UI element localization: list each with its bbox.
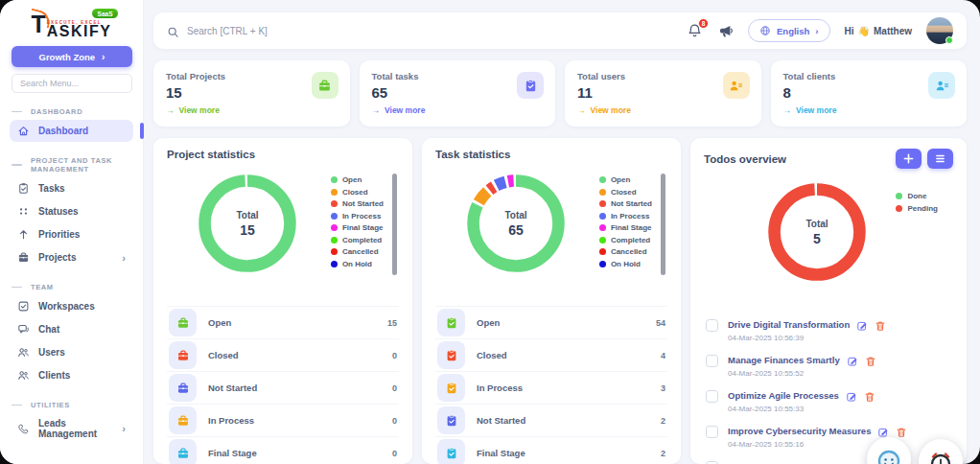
trash-icon[interactable] — [864, 389, 875, 401]
section-dash-icon — [12, 405, 22, 406]
legend-label: Completed — [342, 236, 382, 244]
announcements-button[interactable] — [717, 23, 734, 39]
sidebar-item-label: Leads Management — [38, 418, 113, 439]
view-more-link[interactable]: →View more — [783, 105, 955, 115]
view-more-link[interactable]: →View more — [577, 105, 749, 115]
stat-card-total-projects: Total Projects15→View more — [153, 60, 350, 127]
briefcase-icon — [169, 341, 197, 369]
trash-icon[interactable] — [875, 318, 886, 330]
legend-scrollbar[interactable] — [392, 174, 397, 275]
view-more-label: View more — [796, 105, 836, 115]
edit-icon[interactable] — [856, 318, 868, 330]
language-selector[interactable]: English › — [748, 19, 829, 42]
status-row-value: 0 — [392, 416, 397, 426]
donut-segment-open — [205, 181, 291, 267]
section-label-text: PROJECT AND TASK MANAGEMENT — [31, 156, 131, 174]
legend-item-on-hold: On Hold — [599, 260, 652, 268]
growth-zone-button[interactable]: Growth Zone › — [12, 46, 132, 67]
view-more-link[interactable]: →View more — [166, 105, 338, 115]
global-search-input[interactable] — [187, 26, 677, 36]
todo-body: Optimize Agile Processes04-Mar-2025 10:5… — [728, 389, 875, 413]
sidebar-item-clients[interactable]: Clients — [10, 364, 133, 386]
legend-item-done: Done — [896, 192, 938, 200]
sidebar-item-label: Workspaces — [38, 301, 95, 312]
chat-icon — [17, 323, 30, 336]
todo-checkbox[interactable] — [706, 390, 718, 403]
edit-icon[interactable] — [847, 354, 858, 365]
status-row-not-started: Not Started0 — [167, 371, 399, 404]
legend-item-final-stage: Final Stage — [599, 223, 652, 232]
status-row-label: Not Started — [208, 383, 381, 393]
briefcase-icon — [169, 439, 197, 464]
legend-label: On Hold — [342, 260, 372, 268]
legend-dot — [599, 237, 606, 244]
sidebar-item-workspaces[interactable]: Workspaces — [10, 295, 133, 317]
legend-item-cancelled: Cancelled — [599, 247, 652, 256]
view-more-label: View more — [591, 105, 631, 115]
todo-checkbox[interactable] — [706, 319, 718, 332]
status-row-open: Open15 — [167, 306, 399, 338]
stat-card-total-tasks: Total tasks65→View more — [360, 60, 556, 127]
legend-item-completed: Completed — [331, 236, 384, 244]
add-todo-button[interactable] — [896, 149, 922, 169]
todo-date: 04-Mar-2025 10:55:33 — [728, 405, 875, 413]
sidebar-item-dashboard[interactable]: Dashboard — [10, 120, 133, 142]
briefcase-icon — [17, 251, 30, 264]
section-label-text: UTILITIES — [31, 401, 70, 409]
legend-item-pending: Pending — [896, 204, 938, 213]
check-square-icon — [17, 300, 30, 313]
todo-body: Drive Digital Transformation04-Mar-2025 … — [728, 318, 886, 342]
legend-scrollbar[interactable] — [661, 174, 665, 275]
clipboard-fill-icon — [437, 374, 465, 402]
todo-checkbox[interactable] — [706, 355, 718, 367]
sidebar-item-projects[interactable]: Projects› — [10, 246, 133, 268]
active-item-indicator — [140, 123, 144, 139]
sidebar-item-statuses[interactable]: Statuses — [10, 200, 133, 222]
stat-card-total-users: Total users11→View more — [565, 60, 761, 127]
legend-item-cancelled: Cancelled — [331, 247, 384, 256]
task-status-list: Open54Closed4In Process3Not Started2Fina… — [435, 306, 667, 464]
sidebar-item-users[interactable]: Users — [10, 341, 133, 363]
todo-item: Manage Finances Smartly04-Mar-2025 10:55… — [704, 348, 953, 383]
chart-legend: OpenClosedNot StartedIn ProcessFinal Sta… — [331, 175, 384, 268]
username: Matthew — [874, 26, 912, 36]
sidebar-item-label: Projects — [38, 252, 76, 263]
project-status-list: Open15Closed0Not Started0In Process0Fina… — [167, 306, 399, 464]
project-statistics-card: Project statistics Total 15 OpenClosedNo… — [153, 138, 412, 464]
sidebar-search-input[interactable] — [12, 74, 132, 93]
legend-label: Open — [611, 175, 630, 184]
todos-overview-card: Todos overview Total — [690, 138, 967, 464]
trash-icon[interactable] — [896, 425, 907, 436]
user-avatar[interactable] — [926, 17, 953, 44]
home-icon — [17, 125, 30, 137]
legend-dot — [599, 248, 606, 255]
legend-label: Pending — [907, 204, 938, 213]
sidebar-section-project-and-task-management: PROJECT AND TASK MANAGEMENT — [12, 156, 131, 174]
sidebar: T EXECUTE, EXCEL ASKIFY SaaS Growth Zone… — [0, 0, 144, 464]
legend-dot — [331, 213, 338, 220]
legend-item-not-started: Not Started — [331, 199, 384, 208]
todo-checkbox[interactable] — [706, 426, 718, 438]
status-row-closed: Closed4 — [435, 338, 667, 371]
sidebar-item-leads-management[interactable]: Leads Management› — [10, 413, 133, 444]
notifications-button[interactable]: 8 — [687, 23, 703, 39]
edit-icon[interactable] — [877, 425, 889, 436]
status-row-label: Open — [477, 317, 644, 328]
sidebar-item-priorities[interactable]: Priorities — [10, 223, 133, 245]
todo-list-view-button[interactable] — [927, 149, 953, 169]
global-search — [167, 25, 677, 37]
user-badge-icon — [723, 72, 750, 99]
sidebar-item-tasks[interactable]: Tasks — [10, 177, 133, 199]
trash-icon[interactable] — [865, 354, 876, 365]
sidebar-item-chat[interactable]: Chat — [10, 318, 133, 340]
logo-saas-badge: SaaS — [91, 8, 120, 19]
view-more-link[interactable]: →View more — [372, 105, 544, 115]
status-row-label: Open — [208, 317, 376, 328]
section-dash-icon — [12, 164, 22, 166]
search-icon — [167, 25, 179, 37]
clipboard-fill-icon — [437, 439, 465, 464]
status-row-final-stage: Final Stage2 — [435, 436, 667, 464]
status-row-value: 0 — [392, 449, 397, 458]
legend-label: Final Stage — [342, 223, 384, 232]
edit-icon[interactable] — [846, 389, 857, 401]
